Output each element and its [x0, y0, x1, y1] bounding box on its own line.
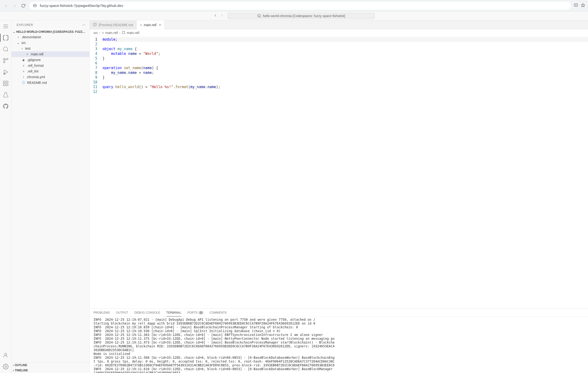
close-icon[interactable]: ✕ [158, 23, 161, 27]
panel-tab-terminal[interactable]: TERMINAL [166, 311, 181, 317]
folder-section-header[interactable]: ⌄ HELLO-WORLD-CHROMIA [CODESPACES: FUZZ… [11, 30, 89, 34]
svg-rect-0 [33, 4, 36, 7]
svg-point-4 [258, 14, 260, 17]
tab-main-rell[interactable]: ≡ main.rell ✕ [137, 21, 165, 30]
tree-file-rell-lint[interactable]: ≡.rell_lint [11, 68, 89, 74]
chevron-right-icon: › [99, 31, 101, 35]
file-icon: ≡ [21, 64, 26, 67]
browser-actions [574, 3, 585, 8]
svg-point-21 [4, 353, 7, 355]
tree-file-readme[interactable]: ⓘREADME.md [11, 80, 89, 86]
breadcrumb-file[interactable]: main.rell [105, 31, 118, 35]
menu-icon[interactable] [2, 23, 9, 30]
tree-folder-test[interactable]: ›test [11, 46, 89, 51]
url-text: fuzzy-space-fishstick-7jvpwgw45wv3p79q.g… [40, 4, 123, 8]
file-icon: ≡ [102, 31, 104, 35]
terminal-output[interactable]: INFO 2024-12-25 12:19:07.921 - [main] De… [90, 317, 588, 373]
forward-icon[interactable] [220, 13, 224, 19]
settings-gear-icon[interactable] [2, 363, 9, 370]
activity-bar [0, 21, 11, 373]
editor-area: [Preview] README.md ≡ main.rell ✕ src › … [90, 21, 588, 373]
svg-point-13 [3, 58, 5, 60]
extensions-icon[interactable] [2, 80, 9, 87]
browser-toolbar: fuzzy-space-fishstick-7jvpwgw45wv3p79q.g… [0, 0, 588, 11]
command-center-search[interactable]: hello-world-chromia [Codespaces: fuzzy s… [228, 13, 375, 19]
bottom-panel: PROBLEMS OUTPUT DEBUG CONSOLE TERMINAL P… [90, 308, 588, 373]
line-numbers: 1 2 3 4 5 6 7 8 9 10 11 12 [90, 36, 102, 308]
install-app-icon[interactable] [574, 3, 578, 8]
bookmark-star-icon[interactable] [581, 3, 585, 8]
panel-tab-debug[interactable]: DEBUG CONSOLE [134, 311, 160, 314]
code-editor[interactable]: 1 2 3 4 5 6 7 8 9 10 11 12 module; objec… [90, 36, 588, 308]
code-content[interactable]: module; object my_name { mutable name = … [102, 36, 588, 308]
browser-nav [3, 2, 27, 9]
tree-file-gitignore[interactable]: ◆.gitignore [11, 57, 89, 63]
chevron-right-icon: › [13, 363, 14, 367]
svg-point-11 [6, 58, 8, 60]
tree-file-rell-format[interactable]: ≡.rell_format [11, 63, 89, 68]
ports-badge: 2 [199, 311, 203, 314]
tab-label: [Preview] README.md [99, 23, 133, 27]
site-settings-icon[interactable] [33, 3, 38, 8]
svg-rect-25 [122, 31, 125, 33]
chevron-right-icon: › [17, 35, 20, 39]
breadcrumbs[interactable]: src › ≡ main.rell › main.rell [90, 30, 588, 36]
browser-reload-button[interactable] [20, 2, 27, 9]
panel-tab-comments[interactable]: COMMENTS [210, 311, 227, 314]
outline-section[interactable]: ›OUTLINE [11, 362, 89, 368]
tab-label: main.rell [144, 23, 156, 27]
info-icon: ⓘ [21, 80, 26, 85]
svg-marker-3 [581, 3, 585, 7]
explorer-icon[interactable] [2, 34, 9, 41]
chevron-down-icon: ⌄ [17, 41, 20, 45]
preview-icon [93, 22, 97, 27]
explorer-more-icon[interactable]: ⋯ [82, 23, 85, 27]
search-activity-icon[interactable] [2, 46, 9, 53]
explorer-bottom-sections: ›OUTLINE ›TIMELINE [11, 362, 89, 373]
svg-line-5 [260, 17, 261, 17]
svg-rect-19 [6, 84, 8, 86]
panel-tabs: PROBLEMS OUTPUT DEBUG CONSOLE TERMINAL P… [90, 309, 588, 317]
back-icon[interactable] [213, 13, 218, 19]
symbol-icon [122, 31, 125, 35]
tab-preview-readme[interactable]: [Preview] README.md [90, 21, 137, 29]
chevron-right-icon: › [13, 369, 14, 372]
file-tree: ›.devcontainer ⌄src ›test ≡main.rell ◆.g… [11, 34, 89, 362]
source-control-icon[interactable] [2, 57, 9, 64]
explorer-header: EXPLORER ⋯ [11, 21, 89, 30]
tree-folder-devcontainer[interactable]: ›.devcontainer [11, 34, 89, 40]
tree-folder-src[interactable]: ⌄src [11, 40, 89, 46]
explorer-title: EXPLORER [17, 23, 33, 27]
panel-tab-problems[interactable]: PROBLEMS [94, 311, 110, 314]
run-debug-icon[interactable] [2, 68, 9, 76]
tree-file-main-rell[interactable]: ≡main.rell [11, 51, 89, 57]
file-icon: ≡ [25, 53, 29, 56]
file-icon: ≡ [21, 70, 26, 73]
svg-point-9 [3, 47, 7, 51]
svg-rect-16 [3, 81, 5, 83]
tree-file-chromia-yml[interactable]: !chromia.yml [11, 74, 89, 80]
svg-marker-14 [4, 70, 8, 74]
chevron-right-icon: › [21, 47, 24, 50]
accounts-icon[interactable] [2, 352, 9, 359]
svg-line-10 [7, 50, 8, 52]
yaml-icon: ! [21, 75, 26, 79]
vscode-titlebar: hello-world-chromia [Codespaces: fuzzy s… [0, 11, 588, 21]
search-icon [257, 14, 261, 18]
file-icon: ≡ [140, 23, 142, 27]
testing-icon[interactable] [2, 91, 9, 98]
vscode-body: EXPLORER ⋯ ⌄ HELLO-WORLD-CHROMIA [CODESP… [0, 21, 588, 373]
browser-back-button[interactable] [3, 2, 10, 9]
browser-forward-button[interactable] [11, 2, 18, 9]
breadcrumb-symbol[interactable]: main.rell [127, 31, 139, 35]
chevron-right-icon: › [119, 31, 120, 35]
github-icon[interactable] [2, 103, 9, 110]
panel-tab-output[interactable]: OUTPUT [116, 311, 128, 314]
svg-rect-17 [6, 81, 8, 83]
gitignore-icon: ◆ [21, 58, 26, 62]
timeline-section[interactable]: ›TIMELINE [11, 368, 89, 373]
explorer-sidebar: EXPLORER ⋯ ⌄ HELLO-WORLD-CHROMIA [CODESP… [11, 21, 90, 373]
browser-url-bar[interactable]: fuzzy-space-fishstick-7jvpwgw45wv3p79q.g… [29, 2, 571, 10]
breadcrumb-src[interactable]: src [94, 31, 98, 35]
panel-tab-ports[interactable]: PORTS2 [188, 311, 203, 314]
